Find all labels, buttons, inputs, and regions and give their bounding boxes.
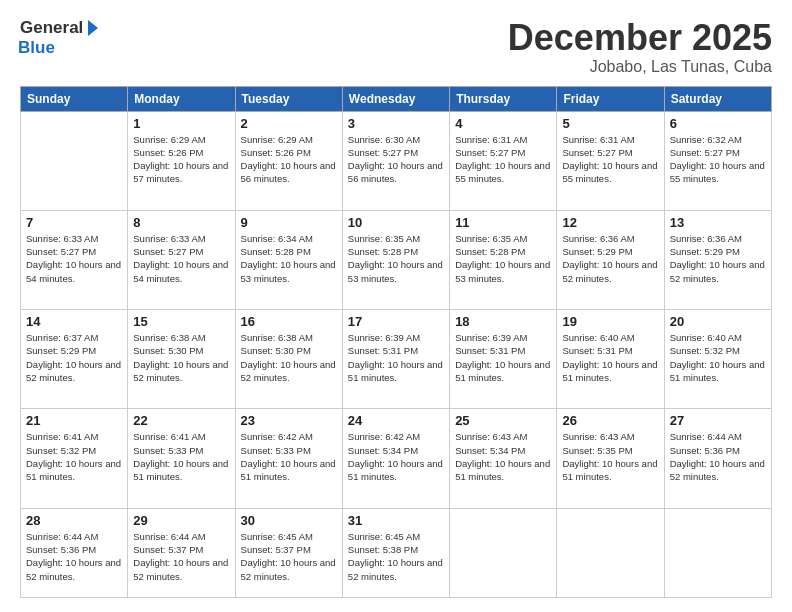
day-info: Sunrise: 6:39 AM Sunset: 5:31 PM Dayligh… <box>455 331 551 384</box>
day-info: Sunrise: 6:34 AM Sunset: 5:28 PM Dayligh… <box>241 232 337 285</box>
day-cell <box>664 508 771 597</box>
day-info: Sunrise: 6:33 AM Sunset: 5:27 PM Dayligh… <box>26 232 122 285</box>
page: General Blue December 2025 Jobabo, Las T… <box>0 0 792 612</box>
week-row-3: 14Sunrise: 6:37 AM Sunset: 5:29 PM Dayli… <box>21 310 772 409</box>
day-info: Sunrise: 6:42 AM Sunset: 5:33 PM Dayligh… <box>241 430 337 483</box>
column-header-thursday: Thursday <box>450 86 557 111</box>
day-number: 23 <box>241 413 337 428</box>
day-info: Sunrise: 6:38 AM Sunset: 5:30 PM Dayligh… <box>241 331 337 384</box>
calendar-table: SundayMondayTuesdayWednesdayThursdayFrid… <box>20 86 772 598</box>
day-number: 22 <box>133 413 229 428</box>
column-header-friday: Friday <box>557 86 664 111</box>
day-info: Sunrise: 6:36 AM Sunset: 5:29 PM Dayligh… <box>670 232 766 285</box>
day-info: Sunrise: 6:40 AM Sunset: 5:31 PM Dayligh… <box>562 331 658 384</box>
day-cell: 12Sunrise: 6:36 AM Sunset: 5:29 PM Dayli… <box>557 210 664 309</box>
day-info: Sunrise: 6:40 AM Sunset: 5:32 PM Dayligh… <box>670 331 766 384</box>
column-header-monday: Monday <box>128 86 235 111</box>
location-title: Jobabo, Las Tunas, Cuba <box>508 58 772 76</box>
day-info: Sunrise: 6:29 AM Sunset: 5:26 PM Dayligh… <box>241 133 337 186</box>
day-cell: 16Sunrise: 6:38 AM Sunset: 5:30 PM Dayli… <box>235 310 342 409</box>
day-info: Sunrise: 6:45 AM Sunset: 5:37 PM Dayligh… <box>241 530 337 583</box>
day-number: 9 <box>241 215 337 230</box>
day-cell: 25Sunrise: 6:43 AM Sunset: 5:34 PM Dayli… <box>450 409 557 508</box>
day-cell: 5Sunrise: 6:31 AM Sunset: 5:27 PM Daylig… <box>557 111 664 210</box>
day-cell <box>557 508 664 597</box>
week-row-5: 28Sunrise: 6:44 AM Sunset: 5:36 PM Dayli… <box>21 508 772 597</box>
day-cell: 18Sunrise: 6:39 AM Sunset: 5:31 PM Dayli… <box>450 310 557 409</box>
day-number: 21 <box>26 413 122 428</box>
day-number: 19 <box>562 314 658 329</box>
day-number: 8 <box>133 215 229 230</box>
day-number: 25 <box>455 413 551 428</box>
day-number: 20 <box>670 314 766 329</box>
day-info: Sunrise: 6:37 AM Sunset: 5:29 PM Dayligh… <box>26 331 122 384</box>
day-cell: 2Sunrise: 6:29 AM Sunset: 5:26 PM Daylig… <box>235 111 342 210</box>
day-number: 27 <box>670 413 766 428</box>
day-cell: 9Sunrise: 6:34 AM Sunset: 5:28 PM Daylig… <box>235 210 342 309</box>
day-info: Sunrise: 6:32 AM Sunset: 5:27 PM Dayligh… <box>670 133 766 186</box>
day-info: Sunrise: 6:33 AM Sunset: 5:27 PM Dayligh… <box>133 232 229 285</box>
header: General Blue December 2025 Jobabo, Las T… <box>20 18 772 76</box>
day-cell: 11Sunrise: 6:35 AM Sunset: 5:28 PM Dayli… <box>450 210 557 309</box>
day-cell: 29Sunrise: 6:44 AM Sunset: 5:37 PM Dayli… <box>128 508 235 597</box>
day-info: Sunrise: 6:31 AM Sunset: 5:27 PM Dayligh… <box>562 133 658 186</box>
day-cell: 7Sunrise: 6:33 AM Sunset: 5:27 PM Daylig… <box>21 210 128 309</box>
day-info: Sunrise: 6:30 AM Sunset: 5:27 PM Dayligh… <box>348 133 444 186</box>
day-number: 15 <box>133 314 229 329</box>
day-cell: 17Sunrise: 6:39 AM Sunset: 5:31 PM Dayli… <box>342 310 449 409</box>
day-info: Sunrise: 6:44 AM Sunset: 5:36 PM Dayligh… <box>670 430 766 483</box>
day-number: 4 <box>455 116 551 131</box>
day-number: 6 <box>670 116 766 131</box>
day-cell: 24Sunrise: 6:42 AM Sunset: 5:34 PM Dayli… <box>342 409 449 508</box>
day-info: Sunrise: 6:44 AM Sunset: 5:36 PM Dayligh… <box>26 530 122 583</box>
day-number: 14 <box>26 314 122 329</box>
day-cell: 3Sunrise: 6:30 AM Sunset: 5:27 PM Daylig… <box>342 111 449 210</box>
day-cell: 26Sunrise: 6:43 AM Sunset: 5:35 PM Dayli… <box>557 409 664 508</box>
day-info: Sunrise: 6:35 AM Sunset: 5:28 PM Dayligh… <box>455 232 551 285</box>
day-cell: 22Sunrise: 6:41 AM Sunset: 5:33 PM Dayli… <box>128 409 235 508</box>
day-number: 31 <box>348 513 444 528</box>
day-info: Sunrise: 6:43 AM Sunset: 5:35 PM Dayligh… <box>562 430 658 483</box>
month-title: December 2025 <box>508 18 772 58</box>
day-cell: 30Sunrise: 6:45 AM Sunset: 5:37 PM Dayli… <box>235 508 342 597</box>
day-cell: 6Sunrise: 6:32 AM Sunset: 5:27 PM Daylig… <box>664 111 771 210</box>
day-cell: 13Sunrise: 6:36 AM Sunset: 5:29 PM Dayli… <box>664 210 771 309</box>
day-number: 28 <box>26 513 122 528</box>
day-info: Sunrise: 6:44 AM Sunset: 5:37 PM Dayligh… <box>133 530 229 583</box>
day-number: 18 <box>455 314 551 329</box>
day-number: 7 <box>26 215 122 230</box>
logo-arrow-icon <box>88 20 98 36</box>
day-info: Sunrise: 6:36 AM Sunset: 5:29 PM Dayligh… <box>562 232 658 285</box>
day-cell: 27Sunrise: 6:44 AM Sunset: 5:36 PM Dayli… <box>664 409 771 508</box>
day-number: 26 <box>562 413 658 428</box>
logo-general-text: General <box>20 18 83 38</box>
day-info: Sunrise: 6:45 AM Sunset: 5:38 PM Dayligh… <box>348 530 444 583</box>
title-block: December 2025 Jobabo, Las Tunas, Cuba <box>508 18 772 76</box>
day-cell: 19Sunrise: 6:40 AM Sunset: 5:31 PM Dayli… <box>557 310 664 409</box>
day-number: 12 <box>562 215 658 230</box>
day-number: 10 <box>348 215 444 230</box>
column-header-saturday: Saturday <box>664 86 771 111</box>
column-header-sunday: Sunday <box>21 86 128 111</box>
week-row-1: 1Sunrise: 6:29 AM Sunset: 5:26 PM Daylig… <box>21 111 772 210</box>
logo: General Blue <box>20 18 98 58</box>
day-number: 13 <box>670 215 766 230</box>
day-cell: 31Sunrise: 6:45 AM Sunset: 5:38 PM Dayli… <box>342 508 449 597</box>
day-number: 16 <box>241 314 337 329</box>
week-row-2: 7Sunrise: 6:33 AM Sunset: 5:27 PM Daylig… <box>21 210 772 309</box>
day-number: 5 <box>562 116 658 131</box>
header-row: SundayMondayTuesdayWednesdayThursdayFrid… <box>21 86 772 111</box>
day-cell: 1Sunrise: 6:29 AM Sunset: 5:26 PM Daylig… <box>128 111 235 210</box>
day-number: 1 <box>133 116 229 131</box>
day-number: 30 <box>241 513 337 528</box>
day-info: Sunrise: 6:39 AM Sunset: 5:31 PM Dayligh… <box>348 331 444 384</box>
column-header-tuesday: Tuesday <box>235 86 342 111</box>
day-number: 11 <box>455 215 551 230</box>
day-cell: 8Sunrise: 6:33 AM Sunset: 5:27 PM Daylig… <box>128 210 235 309</box>
column-header-wednesday: Wednesday <box>342 86 449 111</box>
day-cell: 23Sunrise: 6:42 AM Sunset: 5:33 PM Dayli… <box>235 409 342 508</box>
day-info: Sunrise: 6:38 AM Sunset: 5:30 PM Dayligh… <box>133 331 229 384</box>
day-cell: 20Sunrise: 6:40 AM Sunset: 5:32 PM Dayli… <box>664 310 771 409</box>
day-info: Sunrise: 6:42 AM Sunset: 5:34 PM Dayligh… <box>348 430 444 483</box>
day-cell: 21Sunrise: 6:41 AM Sunset: 5:32 PM Dayli… <box>21 409 128 508</box>
